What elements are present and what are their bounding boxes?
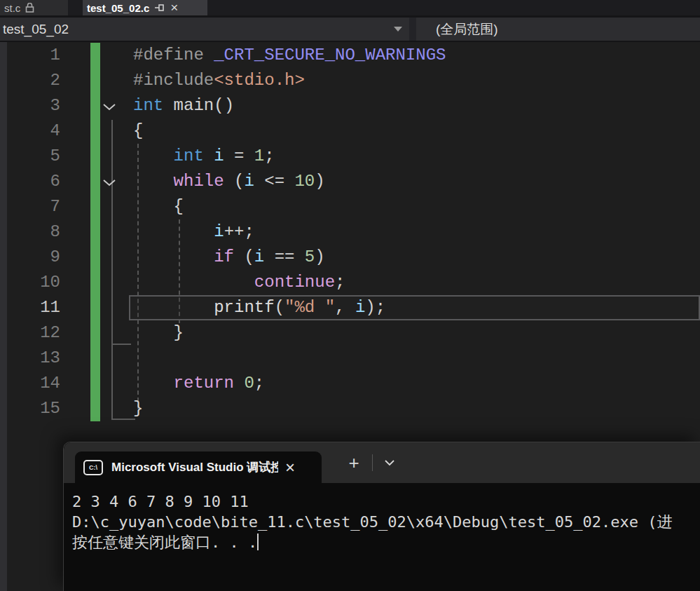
- new-tab-button[interactable]: +: [341, 442, 366, 483]
- code-line[interactable]: 10 continue;: [0, 270, 700, 295]
- line-number: 2: [0, 68, 60, 93]
- close-icon[interactable]: ×: [170, 3, 178, 13]
- line-number: 3: [0, 93, 60, 118]
- line-number: 12: [0, 320, 60, 346]
- navigation-bar: test_05_02 (全局范围): [0, 18, 700, 41]
- code-line[interactable]: 1#define _CRT_SECURE_NO_WARNINGS: [0, 43, 700, 68]
- line-number: 11: [0, 295, 60, 320]
- code-line[interactable]: 11 printf("%d ", i);: [0, 295, 700, 320]
- code-text: int i = 1;: [133, 144, 275, 169]
- text-cursor: [257, 534, 259, 550]
- code-text: if (i == 5): [133, 245, 325, 270]
- code-line[interactable]: 3int main(): [0, 93, 700, 118]
- line-number: 4: [0, 118, 60, 144]
- output-line: 2 3 4 6 7 8 9 10 11: [72, 491, 700, 512]
- output-line: 按任意键关闭此窗口. . .: [72, 532, 700, 552]
- code-text: }: [133, 396, 143, 421]
- terminal-tab-close-icon[interactable]: ×: [285, 459, 295, 476]
- code-line[interactable]: 13: [0, 346, 700, 371]
- pin-icon[interactable]: [154, 3, 165, 13]
- code-line[interactable]: 7 {: [0, 194, 700, 219]
- code-line[interactable]: 2#include<stdio.h>: [0, 68, 700, 93]
- code-text: }: [133, 320, 184, 346]
- code-text: #include<stdio.h>: [133, 68, 305, 93]
- line-number: 7: [0, 194, 60, 219]
- line-number: 14: [0, 371, 60, 396]
- code-text: continue;: [133, 270, 345, 295]
- terminal-tab[interactable]: C:\ Microsoft Visual Studio 调试控 ×: [75, 451, 322, 483]
- output-line: D:\c_yuyan\code\bite_11.c\test_05_02\x64…: [72, 512, 700, 532]
- cmd-icon: C:\: [83, 460, 103, 475]
- line-number: 10: [0, 270, 60, 295]
- code-text: while (i <= 10): [133, 169, 325, 194]
- tab-previous-file[interactable]: st.c: [0, 0, 68, 15]
- code-line[interactable]: 4{: [0, 118, 700, 144]
- code-line[interactable]: 15}: [0, 396, 700, 421]
- line-number: 13: [0, 346, 60, 371]
- line-number: 15: [0, 396, 60, 421]
- chevron-down-icon: [394, 27, 402, 32]
- code-text: int main(): [133, 93, 234, 118]
- tab-label: test_05_02.c: [87, 2, 149, 14]
- terminal-titlebar[interactable]: C:\ Microsoft Visual Studio 调试控 × +: [64, 442, 700, 483]
- terminal-titlebar-divider: [372, 454, 373, 471]
- code-text: #define _CRT_SECURE_NO_WARNINGS: [133, 43, 446, 68]
- tab-active-file[interactable]: test_05_02.c ×: [83, 0, 207, 15]
- tab-label: st.c: [4, 2, 20, 14]
- scope-dropdown[interactable]: (全局范围): [416, 18, 700, 41]
- editor-tab-bar: st.c test_05_02.c ×: [0, 0, 700, 15]
- terminal-window[interactable]: C:\ Microsoft Visual Studio 调试控 × + 2 3 …: [63, 442, 700, 591]
- code-text: {: [133, 194, 184, 219]
- line-number: 9: [0, 245, 60, 270]
- code-text: printf("%d ", i);: [133, 295, 385, 320]
- code-line[interactable]: 12 }: [0, 320, 700, 346]
- line-number: 5: [0, 144, 60, 169]
- code-line[interactable]: 14 return 0;: [0, 371, 700, 396]
- lock-icon: [25, 3, 34, 13]
- code-line[interactable]: 8 i++;: [0, 219, 700, 245]
- code-line[interactable]: 9 if (i == 5): [0, 245, 700, 270]
- project-dropdown[interactable]: test_05_02: [0, 18, 409, 41]
- navbar-divider: [409, 18, 416, 41]
- code-line[interactable]: 5 int i = 1;: [0, 144, 700, 169]
- line-number: 1: [0, 43, 60, 68]
- scope-dropdown-label: (全局范围): [416, 20, 498, 39]
- project-dropdown-label: test_05_02: [0, 22, 394, 37]
- terminal-output: 2 3 4 6 7 8 9 10 11D:\c_yuyan\code\bite_…: [64, 483, 700, 552]
- code-text: {: [133, 118, 143, 144]
- code-text: i++;: [133, 219, 254, 245]
- line-number: 6: [0, 169, 60, 194]
- tab-options-chevron-icon[interactable]: [378, 442, 402, 483]
- terminal-tab-title: Microsoft Visual Studio 调试控: [111, 459, 278, 475]
- code-line[interactable]: 6 while (i <= 10): [0, 169, 700, 194]
- vs-ide-screen: st.c test_05_02.c × test_05_02: [0, 0, 700, 591]
- line-number: 8: [0, 219, 60, 245]
- code-text: return 0;: [133, 371, 264, 396]
